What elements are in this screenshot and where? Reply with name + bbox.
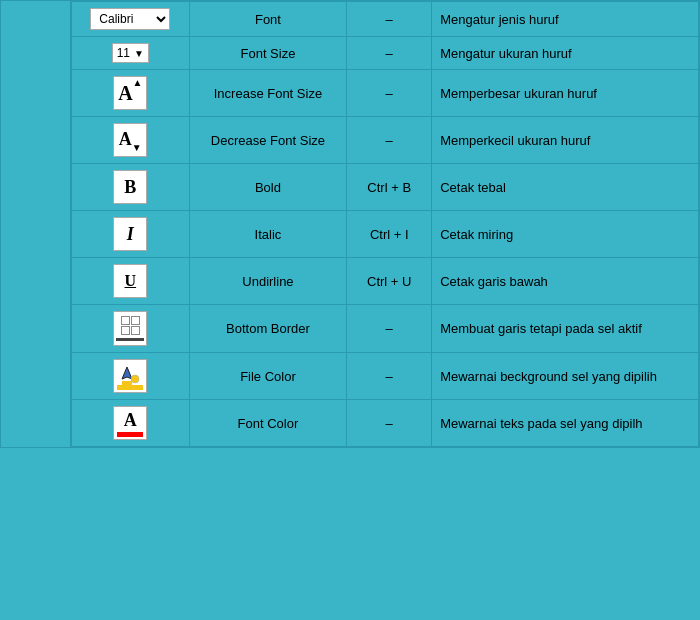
border-grid [121, 316, 140, 335]
shortcut-value: – [386, 86, 393, 101]
shortcut-value: Ctrl + I [370, 227, 409, 242]
shortcut-value: – [386, 321, 393, 336]
icon-cell [72, 353, 190, 400]
table-row: File Color – Mewarnai beckground sel yan… [72, 353, 699, 400]
shortcut-value: – [386, 133, 393, 148]
fill-color-bar [117, 385, 143, 390]
table-row: A▼ Decrease Font Size – Memperkecil ukur… [72, 117, 699, 164]
table-row: I Italic Ctrl + I Cetak miring [72, 211, 699, 258]
shortcut-cell: Ctrl + U [347, 258, 432, 305]
description-cell: Cetak miring [432, 211, 699, 258]
feature-name: Undirline [242, 274, 293, 289]
feature-name: Font Size [240, 46, 295, 61]
inner-table: Calibri Arial Times New Roman Font – Men… [71, 1, 699, 447]
shortcut-value: – [386, 369, 393, 384]
fill-color-icon [113, 359, 147, 393]
fill-bucket-svg [119, 365, 141, 387]
icon-cell: 11 ▼ [72, 37, 190, 70]
table-row: A▲ Increase Font Size – Memperbesar ukur… [72, 70, 699, 117]
description-text: Memperkecil ukuran huruf [440, 133, 590, 148]
shortcut-cell: Ctrl + B [347, 164, 432, 211]
shortcut-value: Ctrl + B [367, 180, 411, 195]
description-text: Memperbesar ukuran huruf [440, 86, 597, 101]
icon-cell: I [72, 211, 190, 258]
shortcut-cell: – [347, 2, 432, 37]
feature-name-cell: Font Color [189, 400, 347, 447]
main-table: Calibri Arial Times New Roman Font – Men… [0, 0, 700, 448]
table-row: 11 ▼ Font Size – Mengatur ukuran huruf [72, 37, 699, 70]
table-row: Bottom Border – Membuat garis tetapi pad… [72, 305, 699, 353]
fill-icon-inner [114, 360, 146, 392]
font-color-letter: A [114, 407, 146, 433]
description-text: Mewarnai teks pada sel yang dipilh [440, 416, 642, 431]
feature-name: Increase Font Size [214, 86, 322, 101]
bold-icon: B [113, 170, 147, 204]
feature-name-cell: Bold [189, 164, 347, 211]
icon-cell: A▼ [72, 117, 190, 164]
font-size-box: 11 ▼ [112, 43, 149, 63]
description-cell: Mewarnai teks pada sel yang dipilh [432, 400, 699, 447]
feature-name: Font [255, 12, 281, 27]
feature-name-cell: File Color [189, 353, 347, 400]
bottom-border-line [116, 338, 144, 341]
table-row: Calibri Arial Times New Roman Font – Men… [72, 2, 699, 37]
icon-cell: Calibri Arial Times New Roman [72, 2, 190, 37]
description-text: Mengatur ukuran huruf [440, 46, 572, 61]
shortcut-cell: Ctrl + I [347, 211, 432, 258]
description-cell: Mengatur jenis huruf [432, 2, 699, 37]
description-cell: Membuat garis tetapi pada sel aktif [432, 305, 699, 353]
icon-cell [72, 305, 190, 353]
shortcut-cell: – [347, 400, 432, 447]
feature-name-cell: Italic [189, 211, 347, 258]
font-color-bar [117, 432, 143, 437]
feature-name-cell: Bottom Border [189, 305, 347, 353]
description-text: Cetak garis bawah [440, 274, 548, 289]
feature-name-cell: Increase Font Size [189, 70, 347, 117]
description-text: Cetak tebal [440, 180, 506, 195]
icon-cell: A [72, 400, 190, 447]
feature-name: Italic [255, 227, 282, 242]
description-cell: Mewarnai beckground sel yang dipilih [432, 353, 699, 400]
underline-icon: U [113, 264, 147, 298]
feature-name-cell: Font [189, 2, 347, 37]
feature-name-cell: Decrease Font Size [189, 117, 347, 164]
description-text: Mengatur jenis huruf [440, 12, 559, 27]
shortcut-value: – [386, 46, 393, 61]
shortcut-value: Ctrl + U [367, 274, 411, 289]
increase-font-icon: A▲ [113, 76, 147, 110]
table-row: B Bold Ctrl + B Cetak tebal [72, 164, 699, 211]
decrease-font-icon: A▼ [113, 123, 147, 157]
feature-name: File Color [240, 369, 296, 384]
font-size-value: 11 [117, 46, 130, 60]
font-select[interactable]: Calibri Arial Times New Roman [90, 8, 170, 30]
feature-name: Decrease Font Size [211, 133, 325, 148]
feature-name: Bold [255, 180, 281, 195]
description-cell: Mengatur ukuran huruf [432, 37, 699, 70]
table-row: A Font Color – Mewarnai teks pada sel ya… [72, 400, 699, 447]
feature-name-cell: Undirline [189, 258, 347, 305]
description-cell: Memperbesar ukuran huruf [432, 70, 699, 117]
feature-name: Font Color [238, 416, 299, 431]
shortcut-cell: – [347, 305, 432, 353]
icon-cell: U [72, 258, 190, 305]
description-text: Cetak miring [440, 227, 513, 242]
icon-cell: B [72, 164, 190, 211]
description-cell: Cetak tebal [432, 164, 699, 211]
shortcut-value: – [386, 12, 393, 27]
font-group-label [1, 1, 71, 448]
description-cell: Cetak garis bawah [432, 258, 699, 305]
shortcut-value: – [386, 416, 393, 431]
description-text: Membuat garis tetapi pada sel aktif [440, 321, 642, 336]
shortcut-cell: – [347, 70, 432, 117]
svg-point-2 [131, 375, 139, 383]
shortcut-cell: – [347, 353, 432, 400]
border-icon [113, 311, 147, 346]
feature-name-cell: Font Size [189, 37, 347, 70]
font-color-icon: A [113, 406, 147, 440]
shortcut-cell: – [347, 37, 432, 70]
table-row: U Undirline Ctrl + U Cetak garis bawah [72, 258, 699, 305]
description-text: Mewarnai beckground sel yang dipilih [440, 369, 657, 384]
italic-icon: I [113, 217, 147, 251]
shortcut-cell: – [347, 117, 432, 164]
font-size-arrow[interactable]: ▼ [134, 48, 144, 59]
